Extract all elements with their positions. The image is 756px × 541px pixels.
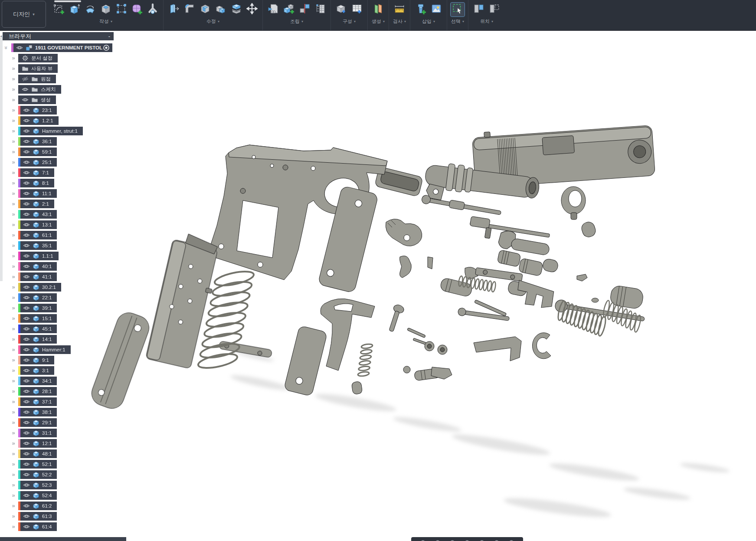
tree-row-folder[interactable]: »원점: [10, 75, 56, 83]
chevron-collapsed-icon[interactable]: »: [10, 397, 16, 406]
visibility-eye-icon[interactable]: [23, 377, 30, 384]
chevron-collapsed-icon[interactable]: »: [10, 481, 16, 489]
tree-row-component[interactable]: »7:1: [10, 168, 54, 177]
fit-icon[interactable]: [464, 538, 470, 541]
tree-item-chip[interactable]: 사용자 뷰: [18, 64, 58, 73]
bullet-part[interactable]: [542, 258, 559, 273]
mainspring-housing-part[interactable]: [88, 309, 152, 412]
visibility-eye-icon[interactable]: [23, 357, 30, 364]
tree-item-chip[interactable]: 14:1: [18, 335, 57, 344]
tree-row-component[interactable]: »22:1: [10, 293, 57, 302]
visibility-eye-icon[interactable]: [23, 159, 30, 166]
visibility-eye-icon[interactable]: [23, 336, 30, 343]
tree-item-chip[interactable]: 61:4: [18, 522, 57, 531]
small-button-part[interactable]: [403, 366, 410, 373]
move-button[interactable]: [245, 3, 259, 16]
tree-row-component[interactable]: »1.1:1: [10, 252, 59, 260]
ejector-bracket-part[interactable]: [474, 337, 521, 361]
visibility-eye-icon[interactable]: [23, 305, 30, 311]
visibility-eye-icon[interactable]: [23, 232, 30, 239]
small-pin-part[interactable]: [592, 298, 599, 302]
visibility-eye-icon[interactable]: [23, 471, 30, 478]
tree-row-component[interactable]: »29:1: [10, 418, 57, 427]
tree-row-folder[interactable]: »생성: [10, 95, 56, 104]
tree-item-chip[interactable]: 34:1: [18, 377, 57, 385]
orbit-icon[interactable]: [420, 538, 426, 541]
visibility-eye-icon[interactable]: [23, 221, 30, 228]
tree-item-chip[interactable]: 52:2: [18, 470, 57, 479]
chevron-collapsed-icon[interactable]: »: [10, 116, 16, 125]
tree-item-chip[interactable]: 12:1: [18, 439, 57, 448]
visibility-eye-icon[interactable]: [23, 200, 30, 207]
chevron-collapsed-icon[interactable]: »: [10, 54, 16, 62]
chevron-collapsed-icon[interactable]: »: [10, 418, 16, 427]
disconnector-part[interactable]: [428, 257, 433, 269]
visibility-eye-icon[interactable]: [23, 461, 30, 468]
visibility-eye-icon[interactable]: [23, 430, 30, 436]
fillet-button[interactable]: [183, 3, 196, 16]
tree-row-component[interactable]: »34:1: [10, 377, 57, 385]
sear-spring-part[interactable]: [513, 280, 556, 312]
tree-row-component[interactable]: »23:1: [10, 106, 57, 115]
visibility-eye-icon[interactable]: [23, 513, 30, 520]
chevron-collapsed-icon[interactable]: »: [10, 241, 16, 250]
tree-item-chip[interactable]: 25:1: [18, 158, 57, 167]
tree-row-component[interactable]: »3:1: [10, 366, 54, 375]
tree-item-chip[interactable]: 1.2:1: [18, 116, 59, 125]
hammer-part[interactable]: [386, 219, 422, 246]
tree-row-component[interactable]: »8:1: [10, 179, 54, 187]
tree-item-chip[interactable]: 31:1: [18, 429, 57, 437]
visibility-eye-icon[interactable]: [23, 409, 30, 416]
tree-row-component[interactable]: »40:1: [10, 262, 57, 271]
recoil-cylinder-part[interactable]: [609, 285, 644, 309]
position-revert-button[interactable]: [488, 3, 501, 16]
pin-cylinder2-part[interactable]: [518, 258, 543, 276]
tree-row-component[interactable]: »2:1: [10, 200, 54, 208]
visibility-eye-icon[interactable]: [23, 242, 30, 249]
zoom-icon[interactable]: [449, 538, 455, 541]
visibility-eye-icon[interactable]: [23, 325, 30, 332]
chevron-collapsed-icon[interactable]: »: [10, 189, 16, 198]
tree-row-component[interactable]: »36:1: [10, 137, 57, 146]
cap-part[interactable]: [351, 381, 363, 395]
visibility-eye-icon[interactable]: [23, 523, 30, 530]
chevron-collapsed-icon[interactable]: »: [10, 366, 16, 375]
tree-item-chip[interactable]: 39:1: [18, 304, 57, 312]
visibility-eye-icon[interactable]: [22, 86, 29, 93]
tree-row-root[interactable]: 1911 GOVERNMENT PISTOL A...: [11, 43, 112, 52]
tree-item-chip[interactable]: 1.1:1: [18, 252, 59, 260]
visibility-eye-icon[interactable]: [23, 502, 30, 509]
tree-row-component[interactable]: »Hammer:1: [10, 345, 71, 354]
tree-item-chip[interactable]: 52:4: [18, 491, 57, 500]
chevron-collapsed-icon[interactable]: »: [10, 335, 16, 344]
visibility-eye-icon[interactable]: [23, 388, 30, 395]
press-pull-button[interactable]: [167, 3, 181, 16]
grid-icon[interactable]: [494, 538, 500, 541]
screwhead1-part[interactable]: [425, 341, 434, 351]
chevron-collapsed-icon[interactable]: »: [10, 168, 16, 177]
barrel-bushing-part[interactable]: [561, 187, 586, 220]
pin1-part[interactable]: [407, 328, 426, 338]
tree-item-chip[interactable]: 61:1: [18, 231, 57, 239]
chevron-collapsed-icon[interactable]: »: [10, 231, 16, 239]
chevron-collapsed-icon[interactable]: »: [10, 387, 16, 396]
tree-row-folder[interactable]: »사용자 뷰: [10, 64, 58, 73]
toolbar-group-label[interactable]: 선택▾: [451, 18, 464, 25]
pipe-button[interactable]: [146, 3, 160, 16]
toolbar-group-label[interactable]: 위치▾: [480, 18, 493, 25]
visibility-eye-icon[interactable]: [23, 138, 30, 145]
chevron-collapsed-icon[interactable]: »: [10, 356, 16, 364]
visibility-eye-icon[interactable]: [23, 294, 30, 301]
visibility-eye-off-icon[interactable]: [22, 75, 29, 82]
chevron-collapsed-icon[interactable]: »: [10, 470, 16, 479]
tree-item-chip[interactable]: 8:1: [18, 179, 54, 187]
tree-row-component[interactable]: »48:1: [10, 449, 57, 458]
tree-item-chip[interactable]: 38:1: [18, 408, 57, 416]
tree-row-component[interactable]: »13:1: [10, 220, 57, 229]
tree-row-component[interactable]: »41:1: [10, 272, 57, 281]
create-form-button[interactable]: [130, 3, 144, 16]
visibility-eye-icon[interactable]: [23, 450, 30, 457]
chevron-collapsed-icon[interactable]: »: [10, 148, 16, 156]
activate-component-radio[interactable]: [103, 44, 110, 51]
tree-item-chip[interactable]: 41:1: [18, 272, 57, 281]
